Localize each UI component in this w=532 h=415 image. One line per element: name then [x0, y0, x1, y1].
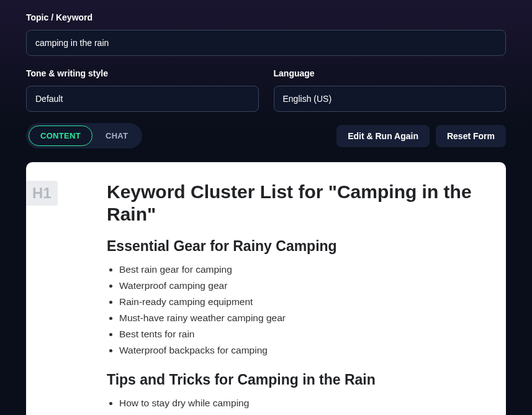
- list-item: How to stay dry while camping: [119, 396, 481, 411]
- topic-label: Topic / Keyword: [26, 12, 506, 22]
- list-item: Must-have rainy weather camping gear: [119, 311, 481, 326]
- tone-select[interactable]: Default: [26, 86, 259, 112]
- list-item: Best tents for rain: [119, 327, 481, 342]
- topic-field: Topic / Keyword: [26, 12, 506, 56]
- tab-content[interactable]: CONTENT: [29, 125, 92, 146]
- tab-group: CONTENT CHAT: [26, 123, 142, 148]
- list-item: Tips for camping in wet weather: [119, 412, 481, 415]
- list-item: Waterproof backpacks for camping: [119, 343, 481, 358]
- list-item: Best rain gear for camping: [119, 262, 481, 277]
- language-select[interactable]: English (US): [274, 86, 507, 112]
- reset-button[interactable]: Reset Form: [436, 125, 506, 147]
- action-buttons: Edit & Run Again Reset Form: [336, 125, 506, 147]
- section-heading: Essential Gear for Rainy Camping: [107, 238, 481, 255]
- section-heading: Tips and Tricks for Camping in the Rain: [107, 372, 481, 388]
- tone-field: Tone & writing style Default: [26, 68, 259, 112]
- content-card: H1 Keyword Cluster List for "Camping in …: [26, 162, 506, 415]
- list-item: Rain-ready camping equipment: [119, 294, 481, 309]
- edit-run-button[interactable]: Edit & Run Again: [336, 125, 430, 147]
- output-title: Keyword Cluster List for "Camping in the…: [107, 181, 481, 226]
- h1-badge: H1: [26, 181, 58, 206]
- language-field: Language English (US): [274, 68, 507, 112]
- section-list: How to stay dry while campingTips for ca…: [107, 396, 481, 415]
- tone-label: Tone & writing style: [26, 68, 259, 78]
- tab-chat[interactable]: CHAT: [94, 125, 140, 146]
- language-label: Language: [274, 68, 507, 78]
- list-item: Waterproof camping gear: [119, 278, 481, 293]
- topic-input[interactable]: [26, 30, 506, 56]
- section-list: Best rain gear for campingWaterproof cam…: [107, 262, 481, 358]
